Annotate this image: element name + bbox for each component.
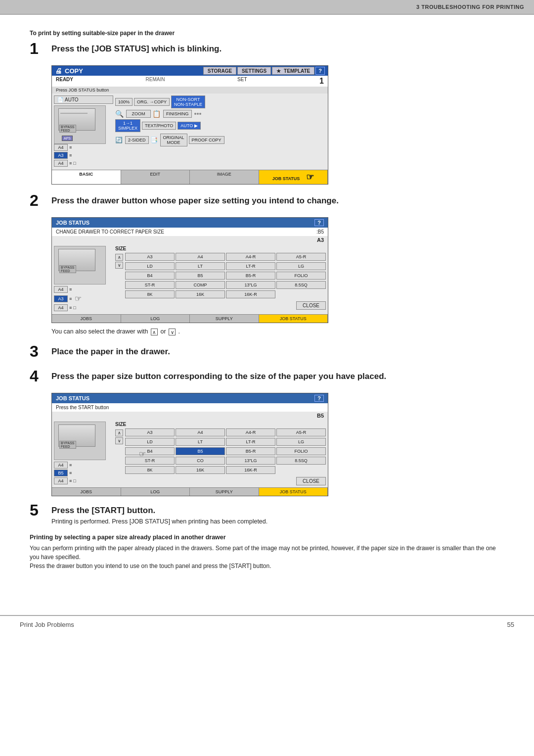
size2-85sq[interactable]: 8.5SQ bbox=[276, 457, 326, 465]
scroll-down-1[interactable]: ∨ bbox=[115, 262, 123, 269]
drawer-btn-a3[interactable]: A3 bbox=[54, 152, 68, 159]
size2-b4[interactable]: B4 bbox=[125, 447, 175, 455]
bottom-left-label: Print Job Problems bbox=[20, 621, 74, 628]
scroll-up-1[interactable]: ∧ bbox=[115, 254, 123, 261]
tab-storage[interactable]: STORAGE bbox=[203, 67, 236, 75]
size-lg-1[interactable]: LG bbox=[276, 262, 326, 270]
copy-screen: 🖨 COPY STORAGE SETTINGS ★ TEMPLATE ? REA… bbox=[51, 65, 328, 185]
auto-button[interactable]: 📄 AUTO bbox=[54, 95, 113, 104]
size-13lg-1[interactable]: 13"LG bbox=[226, 281, 275, 289]
job-tab-log-1[interactable]: LOG bbox=[121, 315, 190, 323]
tab-settings[interactable]: SETTINGS bbox=[237, 67, 271, 75]
copy-right-panel: 100% ORG. →COPY NON-SORTNON-STAPLE 🔍 ZOO… bbox=[115, 95, 326, 168]
size-a4r-1[interactable]: A4-R bbox=[226, 253, 275, 261]
size-a5r-1[interactable]: A5-R bbox=[276, 253, 326, 261]
size2-folio[interactable]: FOLIO bbox=[276, 447, 326, 455]
size2-co[interactable]: CO bbox=[176, 457, 225, 465]
size2-ld[interactable]: LD bbox=[125, 438, 175, 446]
size-16kr-1[interactable]: 16K-R bbox=[226, 290, 275, 298]
job-tab-log-2[interactable]: LOG bbox=[121, 488, 190, 496]
job-status-help-2[interactable]: ? bbox=[314, 395, 324, 402]
job-drawer-row-1c: A4 ≡ □ bbox=[54, 304, 113, 311]
two-sided-btn[interactable]: 2-SIDED bbox=[125, 136, 149, 144]
proof-copy-btn[interactable]: PROOF COPY bbox=[189, 136, 224, 144]
zoom-btn[interactable]: ZOOM bbox=[126, 110, 151, 118]
non-sort-btn[interactable]: NON-SORTNON-STAPLE bbox=[171, 95, 205, 108]
step-3-text: Place the paper in the drawer. bbox=[51, 343, 170, 357]
size2-str[interactable]: ST-R bbox=[125, 457, 175, 465]
size-folio-1[interactable]: FOLIO bbox=[276, 272, 326, 280]
finishing-icon: 📋 bbox=[152, 110, 161, 118]
auto-mode-btn[interactable]: AUTO ▶ bbox=[178, 122, 200, 130]
job-drawer-btn-b5[interactable]: B5 bbox=[54, 470, 68, 476]
close-button-1[interactable]: CLOSE bbox=[296, 301, 326, 310]
size-a4-1[interactable]: A4 bbox=[176, 253, 225, 261]
size2-16kr[interactable]: 16K-R bbox=[226, 466, 275, 474]
up-arrow-box: ∧ bbox=[151, 329, 158, 335]
copy-tab-edit[interactable]: EDIT bbox=[121, 170, 190, 184]
size2-16k[interactable]: 16K bbox=[176, 466, 225, 474]
auto-icon: 📄 bbox=[57, 97, 63, 102]
job-status-help-1[interactable]: ? bbox=[314, 219, 324, 226]
step-1-text: Press the [JOB STATUS] which is blinking… bbox=[51, 41, 222, 54]
job-tab-supply-2[interactable]: SUPPLY bbox=[190, 488, 259, 496]
org-copy-btn[interactable]: ORG. →COPY bbox=[134, 98, 170, 106]
job-tab-jobs-1[interactable]: JOBS bbox=[52, 315, 121, 323]
copy-tab-job-status[interactable]: JOB STATUS ☞ bbox=[259, 170, 328, 184]
job-right-panel-1: SIZE ∧ ∨ A3 A4 A4-R A5-R bbox=[115, 246, 326, 312]
original-mode-btn[interactable]: ORIGINALMODE bbox=[160, 134, 187, 146]
job-drawer-btn-a4-2a[interactable]: A4 bbox=[54, 462, 68, 469]
size2-a3[interactable]: A3 bbox=[125, 428, 175, 436]
job-paper-hint-1: :B5 bbox=[316, 229, 324, 235]
size-ld-1[interactable]: LD bbox=[125, 262, 175, 270]
scroll-down-2[interactable]: ∨ bbox=[115, 437, 123, 444]
size-b5r-1[interactable]: B5-R bbox=[226, 272, 275, 280]
copy-num: 1 bbox=[319, 77, 324, 86]
size2-lg[interactable]: LG bbox=[276, 438, 326, 446]
size-str-1[interactable]: ST-R bbox=[125, 281, 175, 289]
size2-b5r[interactable]: B5-R bbox=[226, 447, 275, 455]
close-button-2[interactable]: CLOSE bbox=[296, 477, 326, 485]
job-tab-supply-1[interactable]: SUPPLY bbox=[190, 315, 259, 323]
copy-tab-basic[interactable]: BASIC bbox=[52, 170, 121, 184]
size-85sq-1[interactable]: 8.5SQ bbox=[276, 281, 326, 289]
job-drawer-btn-a4-1[interactable]: A4 bbox=[54, 286, 68, 293]
copy-help-button[interactable]: ? bbox=[315, 67, 325, 75]
job-tab-status-1[interactable]: JOB STATUS bbox=[259, 315, 328, 323]
size-lt-1[interactable]: LT bbox=[176, 262, 225, 270]
size-grid2-1: A3 A4 A4-R A5-R bbox=[125, 428, 326, 436]
job-tab-status-2[interactable]: JOB STATUS bbox=[259, 488, 328, 496]
size-b5-1[interactable]: B5 bbox=[176, 272, 225, 280]
printing-note-title: Printing by selecting a paper size alrea… bbox=[30, 534, 504, 541]
copy-tab-image[interactable]: IMAGE bbox=[190, 170, 259, 184]
size2-8k[interactable]: 8K bbox=[125, 466, 175, 474]
step-2-text: Press the drawer button whose paper size… bbox=[51, 192, 339, 206]
size-comp-1[interactable]: COMP bbox=[176, 281, 225, 289]
size-16k-1[interactable]: 16K bbox=[176, 290, 225, 298]
size2-a4r[interactable]: A4-R bbox=[226, 428, 275, 436]
size2-a5r[interactable]: A5-R bbox=[276, 428, 326, 436]
size-b4-1[interactable]: B4 bbox=[125, 272, 175, 280]
simplex-btn[interactable]: 1→1SIMPLEX bbox=[115, 119, 140, 132]
size2-lt[interactable]: LT bbox=[176, 438, 225, 446]
finishing-btn[interactable]: FINISHING bbox=[163, 110, 192, 118]
pct-btn[interactable]: 100% bbox=[115, 98, 133, 106]
step-2: 2 Press the drawer button whose paper si… bbox=[30, 192, 504, 208]
size2-ltr[interactable]: LT-R bbox=[226, 438, 275, 446]
size-ltr-1[interactable]: LT-R bbox=[226, 262, 275, 270]
text-photo-btn[interactable]: TEXT/PHOTO bbox=[142, 122, 176, 130]
drawer-btn-a4-1[interactable]: A4 bbox=[54, 144, 68, 151]
size2-a4[interactable]: A4 bbox=[176, 428, 225, 436]
size2-b5[interactable]: B5 bbox=[176, 447, 225, 455]
job-drawer-btn-a3[interactable]: A3 bbox=[54, 295, 68, 302]
tab-template[interactable]: ★ TEMPLATE bbox=[272, 67, 314, 75]
size-8k-1[interactable]: 8K bbox=[125, 290, 175, 298]
size-a3-1[interactable]: A3 bbox=[125, 253, 175, 261]
job-right-panel-2: SIZE ∧ ∨ A3 A4 A4-R A5-R bbox=[115, 422, 326, 485]
job-tab-jobs-2[interactable]: JOBS bbox=[52, 488, 121, 496]
job-drawer-btn-a4-2[interactable]: A4 bbox=[54, 304, 68, 311]
size2-13lg[interactable]: 13"LG bbox=[226, 457, 275, 465]
scroll-up-2[interactable]: ∧ bbox=[115, 429, 123, 436]
job-drawer-btn-a4-2c[interactable]: A4 bbox=[54, 477, 68, 484]
drawer-btn-a4-2[interactable]: A4 bbox=[54, 160, 68, 167]
